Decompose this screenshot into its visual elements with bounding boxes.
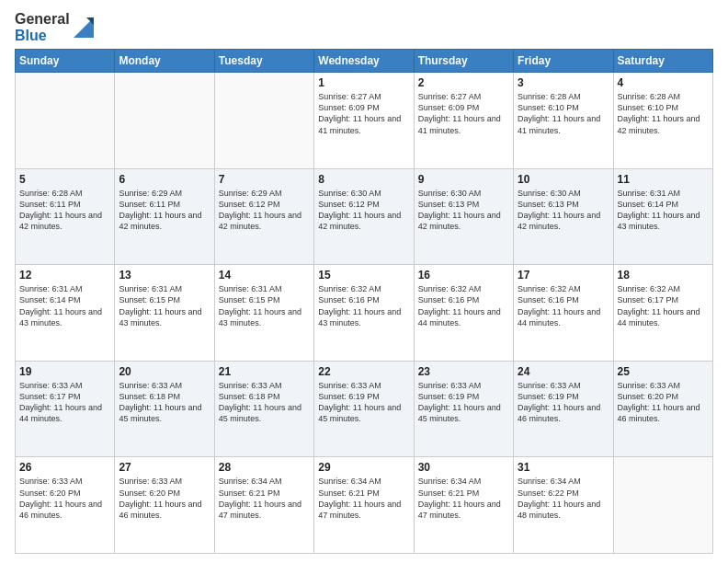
calendar-cell: 12Sunrise: 6:31 AMSunset: 6:14 PMDayligh… xyxy=(16,265,115,362)
calendar-cell: 8Sunrise: 6:30 AMSunset: 6:12 PMDaylight… xyxy=(314,168,414,265)
day-info: Sunrise: 6:30 AMSunset: 6:13 PMDaylight:… xyxy=(518,188,609,233)
day-number: 10 xyxy=(518,173,609,186)
col-header-tuesday: Tuesday xyxy=(214,50,313,73)
day-number: 22 xyxy=(318,365,409,378)
day-info: Sunrise: 6:33 AMSunset: 6:18 PMDaylight:… xyxy=(119,380,210,425)
calendar-cell: 1Sunrise: 6:27 AMSunset: 6:09 PMDaylight… xyxy=(314,73,414,169)
day-number: 29 xyxy=(318,461,409,474)
calendar-cell: 6Sunrise: 6:29 AMSunset: 6:11 PMDaylight… xyxy=(115,168,214,265)
logo-triangle-icon xyxy=(74,17,94,38)
calendar-header-row: SundayMondayTuesdayWednesdayThursdayFrid… xyxy=(16,50,713,73)
col-header-wednesday: Wednesday xyxy=(314,50,414,73)
day-number: 12 xyxy=(19,269,110,282)
col-header-thursday: Thursday xyxy=(414,50,513,73)
calendar-table: SundayMondayTuesdayWednesdayThursdayFrid… xyxy=(15,49,713,554)
calendar-cell: 20Sunrise: 6:33 AMSunset: 6:18 PMDayligh… xyxy=(115,361,214,457)
logo-general: General xyxy=(15,11,70,28)
day-number: 25 xyxy=(618,365,709,378)
day-number: 2 xyxy=(418,76,509,89)
day-number: 14 xyxy=(219,269,310,282)
day-info: Sunrise: 6:33 AMSunset: 6:17 PMDaylight:… xyxy=(19,380,110,425)
day-info: Sunrise: 6:33 AMSunset: 6:19 PMDaylight:… xyxy=(418,380,509,425)
day-info: Sunrise: 6:33 AMSunset: 6:19 PMDaylight:… xyxy=(318,380,409,425)
calendar-cell: 30Sunrise: 6:34 AMSunset: 6:21 PMDayligh… xyxy=(414,457,513,554)
day-number: 21 xyxy=(219,365,310,378)
calendar-cell xyxy=(613,457,712,554)
day-number: 31 xyxy=(518,461,609,474)
day-number: 7 xyxy=(219,173,310,186)
calendar-week-row: 12Sunrise: 6:31 AMSunset: 6:14 PMDayligh… xyxy=(16,265,713,362)
day-number: 18 xyxy=(618,269,709,282)
day-number: 23 xyxy=(418,365,509,378)
day-number: 30 xyxy=(418,461,509,474)
day-info: Sunrise: 6:33 AMSunset: 6:20 PMDaylight:… xyxy=(618,380,709,425)
day-number: 17 xyxy=(518,269,609,282)
col-header-monday: Monday xyxy=(115,50,214,73)
calendar-week-row: 5Sunrise: 6:28 AMSunset: 6:11 PMDaylight… xyxy=(16,168,713,265)
logo: General Blue xyxy=(15,11,94,43)
top-section: General Blue xyxy=(15,11,713,43)
calendar-cell: 2Sunrise: 6:27 AMSunset: 6:09 PMDaylight… xyxy=(414,73,513,169)
day-info: Sunrise: 6:32 AMSunset: 6:16 PMDaylight:… xyxy=(418,283,509,328)
calendar-cell: 31Sunrise: 6:34 AMSunset: 6:22 PMDayligh… xyxy=(514,457,613,554)
day-number: 20 xyxy=(119,365,210,378)
calendar-cell xyxy=(16,73,115,169)
day-number: 24 xyxy=(518,365,609,378)
day-info: Sunrise: 6:32 AMSunset: 6:17 PMDaylight:… xyxy=(618,283,709,328)
day-info: Sunrise: 6:28 AMSunset: 6:11 PMDaylight:… xyxy=(19,188,110,233)
day-number: 13 xyxy=(119,269,210,282)
day-info: Sunrise: 6:29 AMSunset: 6:12 PMDaylight:… xyxy=(219,188,310,233)
day-number: 11 xyxy=(618,173,709,186)
day-info: Sunrise: 6:34 AMSunset: 6:21 PMDaylight:… xyxy=(318,476,409,521)
day-number: 8 xyxy=(318,173,409,186)
day-info: Sunrise: 6:27 AMSunset: 6:09 PMDaylight:… xyxy=(318,91,409,136)
day-info: Sunrise: 6:30 AMSunset: 6:12 PMDaylight:… xyxy=(318,188,409,233)
calendar-cell: 18Sunrise: 6:32 AMSunset: 6:17 PMDayligh… xyxy=(613,265,712,362)
day-number: 16 xyxy=(418,269,509,282)
day-info: Sunrise: 6:30 AMSunset: 6:13 PMDaylight:… xyxy=(418,188,509,233)
day-number: 1 xyxy=(318,76,409,89)
calendar-cell: 21Sunrise: 6:33 AMSunset: 6:18 PMDayligh… xyxy=(214,361,313,457)
day-info: Sunrise: 6:31 AMSunset: 6:15 PMDaylight:… xyxy=(119,283,210,328)
calendar-cell: 27Sunrise: 6:33 AMSunset: 6:20 PMDayligh… xyxy=(115,457,214,554)
calendar-cell: 24Sunrise: 6:33 AMSunset: 6:19 PMDayligh… xyxy=(514,361,613,457)
calendar-week-row: 1Sunrise: 6:27 AMSunset: 6:09 PMDaylight… xyxy=(16,73,713,169)
day-info: Sunrise: 6:27 AMSunset: 6:09 PMDaylight:… xyxy=(418,91,509,136)
day-number: 28 xyxy=(219,461,310,474)
day-number: 5 xyxy=(19,173,110,186)
calendar-cell: 5Sunrise: 6:28 AMSunset: 6:11 PMDaylight… xyxy=(16,168,115,265)
calendar-cell xyxy=(214,73,313,169)
calendar-week-row: 26Sunrise: 6:33 AMSunset: 6:20 PMDayligh… xyxy=(16,457,713,554)
calendar-cell: 25Sunrise: 6:33 AMSunset: 6:20 PMDayligh… xyxy=(613,361,712,457)
logo-blue: Blue xyxy=(15,28,70,44)
day-info: Sunrise: 6:34 AMSunset: 6:22 PMDaylight:… xyxy=(518,476,609,521)
day-info: Sunrise: 6:31 AMSunset: 6:14 PMDaylight:… xyxy=(618,188,709,233)
calendar-week-row: 19Sunrise: 6:33 AMSunset: 6:17 PMDayligh… xyxy=(16,361,713,457)
calendar-cell: 13Sunrise: 6:31 AMSunset: 6:15 PMDayligh… xyxy=(115,265,214,362)
calendar-cell xyxy=(115,73,214,169)
day-info: Sunrise: 6:31 AMSunset: 6:14 PMDaylight:… xyxy=(19,283,110,328)
day-info: Sunrise: 6:32 AMSunset: 6:16 PMDaylight:… xyxy=(518,283,609,328)
col-header-saturday: Saturday xyxy=(613,50,712,73)
calendar-cell: 19Sunrise: 6:33 AMSunset: 6:17 PMDayligh… xyxy=(16,361,115,457)
col-header-sunday: Sunday xyxy=(16,50,115,73)
day-info: Sunrise: 6:33 AMSunset: 6:20 PMDaylight:… xyxy=(19,476,110,521)
calendar-cell: 9Sunrise: 6:30 AMSunset: 6:13 PMDaylight… xyxy=(414,168,513,265)
day-info: Sunrise: 6:34 AMSunset: 6:21 PMDaylight:… xyxy=(418,476,509,521)
day-number: 26 xyxy=(19,461,110,474)
day-info: Sunrise: 6:28 AMSunset: 6:10 PMDaylight:… xyxy=(618,91,709,136)
calendar-cell: 10Sunrise: 6:30 AMSunset: 6:13 PMDayligh… xyxy=(514,168,613,265)
day-info: Sunrise: 6:29 AMSunset: 6:11 PMDaylight:… xyxy=(119,188,210,233)
calendar-cell: 4Sunrise: 6:28 AMSunset: 6:10 PMDaylight… xyxy=(613,73,712,169)
day-number: 27 xyxy=(119,461,210,474)
calendar-cell: 16Sunrise: 6:32 AMSunset: 6:16 PMDayligh… xyxy=(414,265,513,362)
col-header-friday: Friday xyxy=(514,50,613,73)
day-number: 6 xyxy=(119,173,210,186)
day-info: Sunrise: 6:31 AMSunset: 6:15 PMDaylight:… xyxy=(219,283,310,328)
day-info: Sunrise: 6:28 AMSunset: 6:10 PMDaylight:… xyxy=(518,91,609,136)
calendar-cell: 29Sunrise: 6:34 AMSunset: 6:21 PMDayligh… xyxy=(314,457,414,554)
day-number: 19 xyxy=(19,365,110,378)
calendar-cell: 15Sunrise: 6:32 AMSunset: 6:16 PMDayligh… xyxy=(314,265,414,362)
day-info: Sunrise: 6:33 AMSunset: 6:20 PMDaylight:… xyxy=(119,476,210,521)
calendar-cell: 17Sunrise: 6:32 AMSunset: 6:16 PMDayligh… xyxy=(514,265,613,362)
